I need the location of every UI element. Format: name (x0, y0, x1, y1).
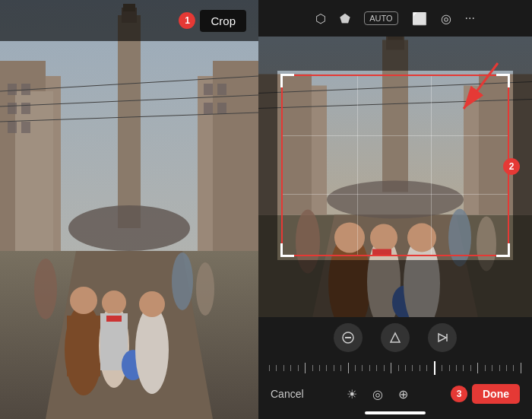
svg-point-33 (34, 259, 57, 319)
tick (412, 365, 413, 371)
crop-button[interactable]: Crop (200, 10, 246, 32)
right-panel: ⬡ ⬟ AUTO ⬜ ◎ ··· (258, 0, 532, 419)
svg-rect-21 (217, 103, 226, 114)
svg-point-24 (70, 287, 97, 314)
tick (283, 365, 284, 371)
svg-rect-29 (106, 316, 122, 322)
filter-icon[interactable]: ⬜ (412, 11, 427, 26)
tick (269, 365, 270, 371)
tick (485, 365, 486, 371)
tick (492, 365, 492, 371)
left-photo (0, 0, 258, 419)
tick (405, 365, 406, 371)
crop-icon[interactable]: ⬡ (315, 11, 326, 26)
brightness-icon[interactable]: ☀ (347, 387, 357, 402)
svg-point-31 (135, 306, 169, 394)
svg-rect-12 (8, 84, 17, 95)
action-row: Cancel ☀ ◎ ⊕ 3 Done (258, 378, 532, 408)
svg-rect-15 (21, 103, 30, 114)
bottom-overlay (258, 260, 532, 317)
svg-marker-68 (439, 334, 446, 341)
tick (362, 365, 363, 371)
tick (426, 365, 427, 371)
tick (326, 365, 327, 371)
home-indicator (365, 411, 426, 414)
tick (290, 365, 291, 371)
tick (398, 365, 399, 371)
tick (384, 365, 385, 371)
tick-tall (305, 363, 306, 373)
step-2-badge: 2 (503, 158, 520, 175)
tick (499, 365, 500, 371)
right-toolbar: ⬡ ⬟ AUTO ⬜ ◎ ··· (258, 0, 532, 37)
slider-row[interactable] (258, 358, 532, 378)
tick (470, 365, 471, 371)
tick-tall (391, 363, 391, 373)
circle-btn-minus[interactable] (334, 323, 363, 352)
tick (312, 365, 313, 371)
tick (369, 365, 370, 371)
tick (506, 365, 507, 371)
svg-point-51 (327, 181, 464, 219)
slider-ticks (266, 361, 524, 375)
svg-rect-17 (21, 122, 30, 133)
svg-point-53 (334, 223, 365, 253)
left-toolbar: 1 Crop (0, 0, 258, 41)
svg-point-32 (139, 291, 165, 317)
svg-rect-4 (118, 15, 141, 228)
svg-rect-56 (372, 249, 391, 256)
step-3-badge: 3 (451, 386, 467, 402)
tick (449, 365, 450, 371)
tick-center (434, 361, 435, 375)
tick (355, 365, 356, 371)
tune-icon[interactable]: ⊕ (398, 387, 408, 402)
svg-marker-67 (391, 333, 400, 342)
tick (340, 365, 341, 371)
svg-rect-20 (204, 103, 213, 114)
tune-icon[interactable]: ◎ (441, 11, 451, 26)
svg-rect-25 (67, 316, 100, 376)
rotate-icon[interactable]: ⬟ (340, 11, 350, 26)
svg-rect-16 (8, 122, 17, 133)
action-icons: ☀ ◎ ⊕ (347, 387, 408, 402)
svg-point-61 (448, 209, 471, 267)
tick (376, 365, 377, 371)
done-button[interactable]: Done (472, 384, 520, 404)
tick-tall (521, 363, 521, 373)
done-wrapper: 3 Done (451, 384, 520, 404)
tick (298, 365, 299, 371)
svg-rect-9 (15, 91, 53, 251)
svg-point-55 (370, 224, 397, 252)
circle-btn-flip[interactable] (428, 323, 457, 352)
tick (442, 365, 442, 371)
svg-point-35 (196, 262, 214, 316)
right-photo-area: 2 (258, 37, 532, 317)
tick-tall (477, 363, 478, 373)
tick (276, 365, 277, 371)
auto-button[interactable]: AUTO (364, 11, 397, 25)
tick (334, 365, 334, 371)
left-overlay (258, 71, 277, 260)
tick (513, 365, 514, 371)
more-icon[interactable]: ··· (465, 11, 475, 25)
svg-point-34 (172, 252, 193, 310)
svg-rect-19 (217, 84, 226, 95)
cancel-button[interactable]: Cancel (271, 388, 304, 400)
circle-btn-mountain[interactable] (381, 323, 410, 352)
tick (463, 365, 464, 371)
step-1-badge: 1 (179, 12, 195, 29)
left-panel: 1 Crop (0, 0, 258, 419)
tick (420, 365, 420, 371)
blur-icon[interactable]: ◎ (372, 387, 383, 402)
tick (319, 365, 320, 371)
circle-icon-row (258, 323, 532, 352)
crop-label-group: 1 Crop (179, 10, 246, 32)
svg-rect-14 (8, 103, 17, 114)
top-overlay (258, 37, 532, 71)
bottom-controls: Cancel ☀ ◎ ⊕ 3 Done (258, 317, 532, 419)
tick (456, 365, 457, 371)
svg-point-27 (102, 290, 126, 315)
tick-tall (348, 363, 349, 373)
svg-point-59 (407, 224, 436, 252)
svg-point-22 (68, 205, 190, 251)
